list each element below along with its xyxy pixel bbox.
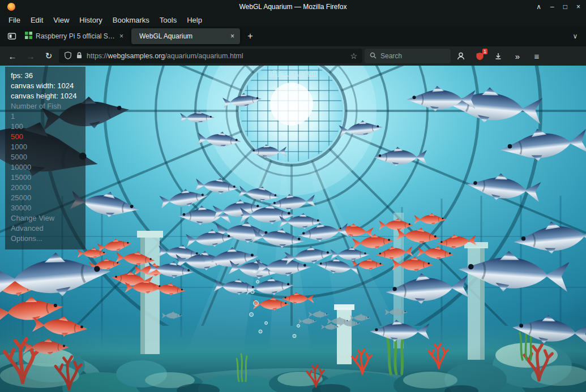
fish-option-500-selected[interactable]: 500 bbox=[11, 132, 80, 142]
number-of-fish-label: Number of Fish bbox=[11, 101, 80, 111]
adblocker-extension-icon[interactable]: 1 bbox=[472, 49, 487, 63]
canvas-height-readout: canvas height: 1024 bbox=[11, 91, 80, 101]
fish-option-5000[interactable]: 5000 bbox=[11, 152, 80, 162]
tracking-shield-icon[interactable] bbox=[64, 51, 72, 61]
fish-option-15000[interactable]: 15000 bbox=[11, 173, 80, 183]
fish-option-10000[interactable]: 10000 bbox=[11, 162, 80, 173]
tab-favicon-icon bbox=[25, 32, 32, 41]
canvas-width-readout: canvas width: 1024 bbox=[11, 81, 80, 91]
tab-label: Raspberry Pi 5 official Supp bbox=[36, 32, 115, 40]
close-button[interactable]: × bbox=[576, 3, 580, 11]
tab-bar: Raspberry Pi 5 official Supp × WebGL Aqu… bbox=[0, 26, 586, 46]
firefox-window: WebGL Aquarium — Mozilla Firefox ∧ – □ ×… bbox=[0, 0, 586, 392]
menu-edit[interactable]: Edit bbox=[25, 16, 48, 24]
reload-button[interactable]: ↻ bbox=[41, 49, 57, 63]
titlebar: WebGL Aquarium — Mozilla Firefox ∧ – □ × bbox=[0, 0, 586, 14]
back-button[interactable]: ← bbox=[5, 49, 20, 63]
fish-option-30000[interactable]: 30000 bbox=[11, 203, 80, 213]
account-icon[interactable] bbox=[453, 49, 469, 63]
fish-option-1000[interactable]: 1000 bbox=[11, 142, 80, 152]
overflow-menu-button[interactable]: » bbox=[510, 49, 525, 63]
firefox-view-icon[interactable] bbox=[3, 28, 20, 44]
aquarium-canvas[interactable]: tdl.js - aquarium fps: 36 canvas width: … bbox=[0, 66, 586, 392]
new-tab-button[interactable]: + bbox=[242, 28, 258, 44]
menu-file[interactable]: File bbox=[3, 16, 25, 24]
window-controls: ∧ – □ × bbox=[536, 0, 580, 14]
maximize-button[interactable]: □ bbox=[563, 3, 567, 11]
fish-option-25000[interactable]: 25000 bbox=[11, 193, 80, 203]
bookmark-star-icon[interactable]: ☆ bbox=[350, 51, 357, 61]
hamburger-menu-button[interactable]: ≡ bbox=[529, 49, 545, 63]
extension-badge: 1 bbox=[482, 49, 487, 54]
navigation-bar: ← → ↻ https://webglsamples.org/aquarium/… bbox=[0, 46, 586, 66]
forward-button[interactable]: → bbox=[23, 49, 39, 63]
search-icon bbox=[370, 52, 377, 61]
fish-option-100[interactable]: 100 bbox=[11, 122, 80, 132]
aquarium-hud: fps: 36 canvas width: 1024 canvas height… bbox=[5, 67, 85, 249]
options-button[interactable]: Options... bbox=[11, 234, 80, 244]
tdl-aquarium-link[interactable]: tdl.js - aquarium bbox=[269, 69, 317, 77]
tab-raspberry-pi[interactable]: Raspberry Pi 5 official Supp × bbox=[20, 28, 129, 44]
fish-option-20000[interactable]: 20000 bbox=[11, 183, 80, 193]
fps-counter: fps: 36 bbox=[11, 71, 80, 81]
list-all-tabs-button[interactable]: ∨ bbox=[568, 29, 583, 44]
fish-count-options: 1 100 500 1000 5000 10000 15000 20000 25… bbox=[11, 111, 80, 213]
vignette bbox=[0, 66, 586, 392]
tab-label: WebGL Aquarium bbox=[139, 32, 226, 40]
menu-view[interactable]: View bbox=[48, 16, 74, 24]
url-bar[interactable]: https://webglsamples.org/aquarium/aquari… bbox=[59, 49, 362, 63]
minimize-button[interactable]: – bbox=[550, 3, 554, 11]
change-view-button[interactable]: Change View bbox=[11, 213, 80, 223]
menubar: File Edit View History Bookmarks Tools H… bbox=[0, 14, 586, 26]
fish-option-1[interactable]: 1 bbox=[11, 111, 80, 122]
keep-on-top-button[interactable]: ∧ bbox=[536, 3, 541, 11]
firefox-logo-icon bbox=[7, 2, 16, 11]
tab-close-icon[interactable]: × bbox=[118, 32, 125, 40]
menu-help[interactable]: Help bbox=[182, 16, 207, 24]
navbar-right-icons: 1 » ≡ bbox=[453, 49, 545, 63]
menu-history[interactable]: History bbox=[74, 16, 107, 24]
search-input[interactable]: Search bbox=[365, 49, 451, 63]
search-placeholder: Search bbox=[380, 52, 402, 60]
tab-webgl-aquarium[interactable]: WebGL Aquarium × bbox=[131, 28, 240, 44]
menu-bookmarks[interactable]: Bookmarks bbox=[108, 16, 155, 24]
save-page-icon[interactable] bbox=[490, 49, 506, 63]
lock-icon[interactable] bbox=[76, 51, 83, 61]
window-title: WebGL Aquarium — Mozilla Firefox bbox=[0, 3, 586, 11]
aquarium-scene bbox=[0, 66, 586, 392]
tab-close-icon[interactable]: × bbox=[229, 32, 236, 40]
menu-tools[interactable]: Tools bbox=[155, 16, 182, 24]
advanced-button[interactable]: Advanced bbox=[11, 223, 80, 234]
url-text[interactable]: https://webglsamples.org/aquarium/aquari… bbox=[87, 52, 346, 60]
